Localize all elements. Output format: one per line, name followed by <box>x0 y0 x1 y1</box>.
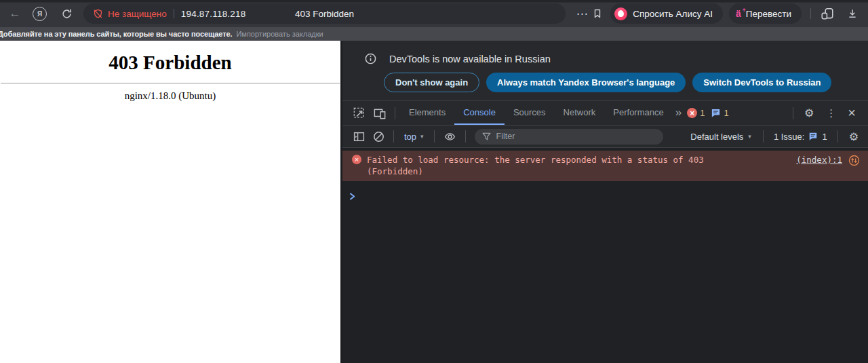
error-count: 1 <box>700 108 705 118</box>
chevron-down-icon: ▾ <box>420 133 424 140</box>
console-toolbar-separator-5 <box>837 130 838 142</box>
security-chip[interactable]: Не защищено <box>93 9 167 19</box>
console-messages: Failed to load resource: the server resp… <box>342 151 868 201</box>
yandex-profile-icon[interactable]: Я <box>33 7 47 21</box>
tab-performance[interactable]: Performance <box>604 101 672 125</box>
inspect-element-icon[interactable] <box>353 107 366 119</box>
tabbar-separator-right <box>793 107 793 119</box>
page-divider <box>1 83 340 83</box>
downloads-icon[interactable] <box>846 8 859 19</box>
ask-alice-label: Спросить Алису AI <box>633 9 713 19</box>
banner-title: DevTools is now available in Russian <box>389 54 551 64</box>
message-bubble-icon <box>711 108 721 118</box>
issue-bubble-icon <box>808 132 818 141</box>
devtools-panel: DevTools is now available in Russian Don… <box>340 41 868 363</box>
back-icon[interactable]: ← <box>8 7 22 20</box>
console-prompt[interactable] <box>342 192 868 201</box>
translate-label: Перевести <box>746 9 791 19</box>
error-count-badge[interactable]: 1 <box>687 108 705 118</box>
translate-icon: ä <box>736 9 741 18</box>
switch-to-russian-button[interactable]: Switch DevTools to Russian <box>692 73 831 92</box>
devtools-close-icon[interactable]: × <box>848 106 856 119</box>
bookmark-flag-icon[interactable] <box>590 8 605 19</box>
alice-icon <box>614 7 627 20</box>
match-language-button[interactable]: Always match Yandex Browser's language <box>486 73 686 92</box>
address-bar[interactable]: Не защищено 194.87.118.218 403 Forbidden <box>83 3 566 24</box>
browser-window: ← Я Не защищено 194.87.118.218 403 Forbi… <box>0 0 868 363</box>
browser-toolbar: ← Я Не защищено 194.87.118.218 403 Forbi… <box>0 0 868 27</box>
devtools-menu-icon[interactable]: ⋮ <box>826 107 836 119</box>
page-title: 403 Forbidden <box>0 50 340 75</box>
tab-console[interactable]: Console <box>454 101 505 125</box>
bookmarks-hint: Добавляйте на эту панель сайты, которые … <box>0 30 232 38</box>
side-panel-icon[interactable] <box>820 7 835 20</box>
server-info: nginx/1.18.0 (Ubuntu) <box>0 90 340 102</box>
more-tabs-icon[interactable]: » <box>675 106 682 119</box>
error-source-link[interactable]: (index):1 <box>796 154 842 166</box>
console-toolbar-separator-3 <box>465 130 466 142</box>
prompt-chevron-icon <box>349 192 357 201</box>
ask-alice-button[interactable]: Спросить Алису AI <box>610 3 723 24</box>
tab-sources[interactable]: Sources <box>505 101 555 125</box>
extensions-menu-icon[interactable]: ⋯ <box>574 7 590 21</box>
toolbar-separator <box>810 8 811 19</box>
bookmarks-bar: Добавляйте на эту панель сайты, которые … <box>0 27 868 41</box>
console-toolbar-separator-1 <box>393 130 394 142</box>
log-levels-select[interactable]: Default levels ▾ <box>690 132 751 142</box>
device-toolbar-icon[interactable] <box>374 107 386 119</box>
javascript-context-select[interactable]: top ▾ <box>404 132 424 142</box>
devtools-tab-bar: Elements Console Sources Network Perform… <box>342 101 868 126</box>
filter-funnel-icon <box>482 132 491 141</box>
console-settings-gear-icon[interactable]: ⚙ <box>849 130 859 143</box>
bookmarks-import-link[interactable]: Импортировать закладки <box>236 30 323 38</box>
issues-counter[interactable]: 1 Issue: 1 <box>774 132 827 142</box>
tab-elements[interactable]: Elements <box>400 101 454 125</box>
issues-count: 1 <box>822 132 827 142</box>
error-line-1: Failed to load resource: the server resp… <box>367 154 787 166</box>
live-expression-eye-icon[interactable] <box>443 131 456 142</box>
message-count-badge[interactable]: 1 <box>711 108 728 118</box>
clear-console-icon[interactable] <box>373 131 384 142</box>
security-label: Не защищено <box>108 9 167 19</box>
address-divider <box>174 9 174 18</box>
reload-icon[interactable] <box>60 8 73 20</box>
error-icon <box>352 155 361 164</box>
chevron-down-icon: ▾ <box>748 133 751 140</box>
issues-label: 1 Issue: <box>774 132 805 142</box>
console-toolbar: top ▾ Default levels ▾ 1 Issue: <box>342 126 868 148</box>
insecure-shield-icon <box>93 9 103 19</box>
error-line-2: (Forbidden) <box>367 166 787 177</box>
tabbar-separator <box>395 107 395 119</box>
info-icon <box>365 53 376 64</box>
console-sidebar-icon[interactable] <box>353 131 365 142</box>
dont-show-again-button[interactable]: Don't show again <box>384 73 479 92</box>
console-filter-input[interactable] <box>475 129 663 145</box>
levels-label: Default levels <box>690 132 743 142</box>
console-error-message: Failed to load resource: the server resp… <box>342 151 868 181</box>
context-label: top <box>404 132 416 142</box>
webpage-403: 403 Forbidden nginx/1.18.0 (Ubuntu) <box>0 41 340 363</box>
error-text: Failed to load resource: the server resp… <box>367 154 787 177</box>
console-toolbar-separator-4 <box>763 130 764 142</box>
tab-network[interactable]: Network <box>555 101 605 125</box>
tab-title: 403 Forbidden <box>295 9 354 19</box>
console-toolbar-separator-2 <box>434 130 435 142</box>
devtools-language-banner: DevTools is now available in Russian Don… <box>342 41 868 101</box>
open-in-network-icon[interactable] <box>848 155 860 166</box>
message-count: 1 <box>724 108 728 118</box>
error-badge-icon <box>687 108 697 118</box>
url-text: 194.87.118.218 <box>181 9 246 19</box>
settings-gear-icon[interactable]: ⚙ <box>804 107 814 119</box>
translate-button[interactable]: ä Перевести <box>729 3 802 24</box>
